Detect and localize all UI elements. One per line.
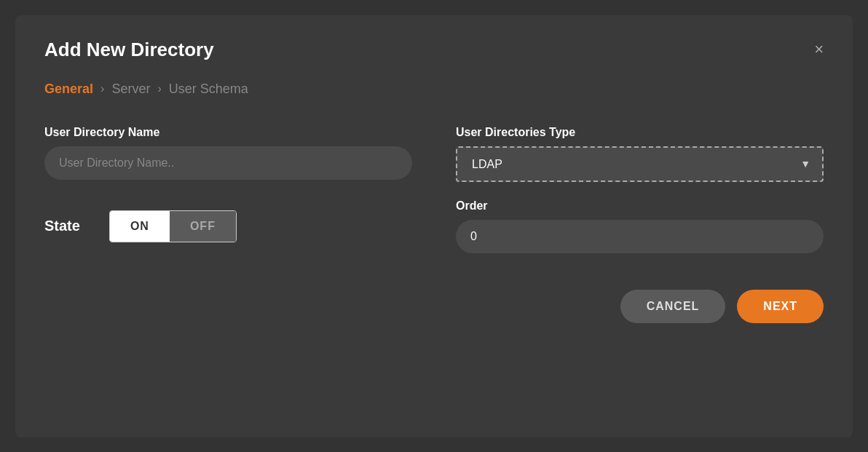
modal-container: Add New Directory × General › Server › U… (15, 15, 853, 437)
order-input[interactable] (456, 220, 824, 253)
modal-title: Add New Directory (44, 39, 214, 61)
directory-name-input[interactable] (44, 146, 412, 180)
cancel-button[interactable]: CANCEL (620, 290, 726, 323)
directory-type-select[interactable]: LDAP Active Directory Local (457, 148, 822, 181)
breadcrumb-step-user-schema[interactable]: User Schema (169, 82, 248, 97)
directory-type-group: User Directories Type LDAP Active Direct… (456, 126, 824, 182)
breadcrumb: General › Server › User Schema (44, 82, 824, 97)
directory-name-group: User Directory Name (44, 126, 412, 180)
modal-header: Add New Directory × (44, 39, 824, 61)
state-label: State (44, 218, 80, 234)
order-label: Order (456, 199, 824, 213)
state-row: State ON OFF (44, 210, 412, 242)
breadcrumb-step-general[interactable]: General (44, 82, 93, 97)
state-toggle[interactable]: ON OFF (109, 210, 237, 242)
toggle-off-button[interactable]: OFF (170, 211, 236, 242)
breadcrumb-separator-1: › (100, 82, 104, 95)
left-column: User Directory Name State ON OFF (44, 126, 412, 253)
next-button[interactable]: NEXT (737, 290, 824, 323)
modal-footer: CANCEL NEXT (44, 290, 824, 323)
breadcrumb-step-server[interactable]: Server (111, 82, 150, 97)
form-grid: User Directory Name State ON OFF User Di… (44, 126, 824, 253)
breadcrumb-separator-2: › (157, 82, 161, 95)
directory-type-label: User Directories Type (456, 126, 824, 139)
directory-type-select-wrapper: LDAP Active Directory Local ▼ (456, 146, 824, 182)
modal-overlay: Add New Directory × General › Server › U… (0, 0, 868, 452)
close-button[interactable]: × (814, 41, 824, 58)
right-column: User Directories Type LDAP Active Direct… (456, 126, 824, 253)
directory-name-label: User Directory Name (44, 126, 412, 139)
order-group: Order (456, 199, 824, 253)
toggle-on-button[interactable]: ON (110, 211, 170, 242)
